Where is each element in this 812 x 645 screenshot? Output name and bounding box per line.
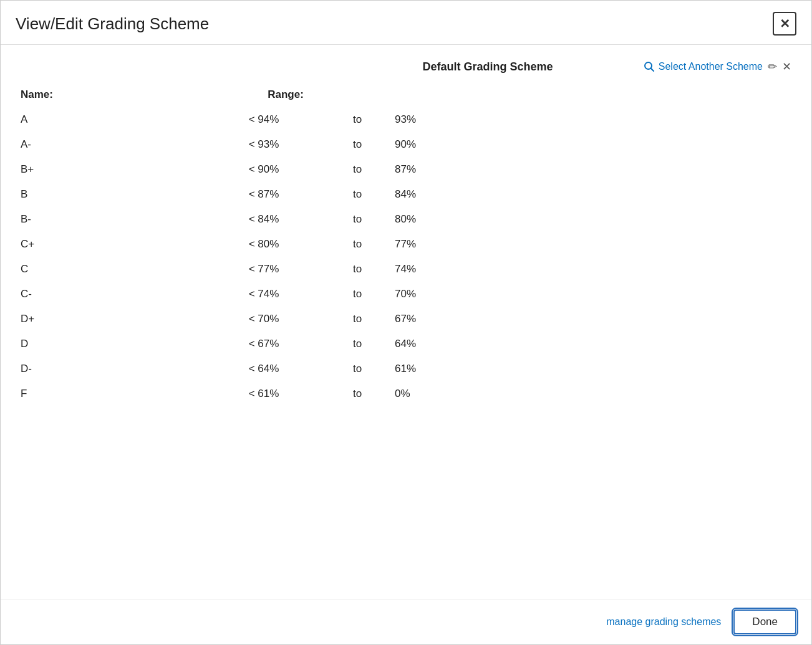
select-scheme-button[interactable]: Select Another Scheme	[644, 61, 763, 72]
dialog: View/Edit Grading Scheme ✕ Default Gradi…	[0, 0, 812, 645]
table-row: A < 94% to 93%	[21, 107, 791, 132]
table-headers: Name: Range:	[21, 86, 791, 107]
grade-lower-bound: 87%	[382, 163, 507, 176]
grade-name: D	[21, 338, 208, 350]
grade-connector: to	[332, 288, 382, 300]
close-icon: ✕	[780, 16, 790, 31]
grade-name: A	[21, 113, 208, 126]
grade-lower-bound: 84%	[382, 188, 507, 201]
grade-upper-bound: < 80%	[208, 238, 332, 251]
grade-lower-bound: 64%	[382, 338, 507, 350]
scheme-header: Default Grading Scheme Select Another Sc…	[21, 60, 791, 74]
grade-lower-bound: 90%	[382, 138, 507, 151]
grade-name: A-	[21, 138, 208, 151]
grading-table: A < 94% to 93% A- < 93% to 90% B+ < 90% …	[21, 107, 791, 406]
grade-connector: to	[332, 238, 382, 251]
name-column-header: Name:	[21, 88, 208, 101]
grade-connector: to	[332, 263, 382, 275]
grade-connector: to	[332, 138, 382, 151]
scheme-actions: Select Another Scheme ✏ ✕	[644, 60, 791, 74]
scheme-title: Default Grading Scheme	[332, 60, 643, 74]
close-button[interactable]: ✕	[773, 12, 796, 36]
grade-connector: to	[332, 113, 382, 126]
grade-upper-bound: < 84%	[208, 213, 332, 226]
grade-connector: to	[332, 213, 382, 226]
grade-upper-bound: < 74%	[208, 288, 332, 300]
table-row: C+ < 80% to 77%	[21, 232, 791, 257]
grade-upper-bound: < 67%	[208, 338, 332, 350]
grade-upper-bound: < 94%	[208, 113, 332, 126]
grade-name: C-	[21, 288, 208, 300]
grade-lower-bound: 77%	[382, 238, 507, 251]
dialog-body: Default Grading Scheme Select Another Sc…	[1, 45, 811, 599]
grade-name: B	[21, 188, 208, 201]
table-row: D < 67% to 64%	[21, 332, 791, 356]
table-row: B+ < 90% to 87%	[21, 157, 791, 182]
grade-upper-bound: < 77%	[208, 263, 332, 275]
grade-connector: to	[332, 388, 382, 400]
grade-lower-bound: 70%	[382, 288, 507, 300]
done-button[interactable]: Done	[733, 609, 796, 634]
dialog-footer: manage grading schemes Done	[1, 599, 811, 644]
range-column-header: Range:	[208, 88, 364, 101]
table-row: C < 77% to 74%	[21, 257, 791, 282]
grade-connector: to	[332, 188, 382, 201]
grade-lower-bound: 80%	[382, 213, 507, 226]
grade-name: C	[21, 263, 208, 275]
grade-upper-bound: < 93%	[208, 138, 332, 151]
grade-name: D+	[21, 313, 208, 325]
grade-name: B+	[21, 163, 208, 176]
table-row: B- < 84% to 80%	[21, 207, 791, 232]
table-row: F < 61% to 0%	[21, 381, 791, 406]
grade-connector: to	[332, 363, 382, 375]
search-icon	[644, 61, 655, 72]
grade-lower-bound: 74%	[382, 263, 507, 275]
grade-lower-bound: 0%	[382, 388, 507, 400]
grade-name: D-	[21, 363, 208, 375]
grade-connector: to	[332, 163, 382, 176]
grade-upper-bound: < 61%	[208, 388, 332, 400]
grade-upper-bound: < 90%	[208, 163, 332, 176]
grade-connector: to	[332, 338, 382, 350]
grade-upper-bound: < 70%	[208, 313, 332, 325]
grade-upper-bound: < 64%	[208, 363, 332, 375]
dialog-title: View/Edit Grading Scheme	[16, 14, 209, 34]
svg-line-1	[650, 69, 654, 72]
table-row: D- < 64% to 61%	[21, 356, 791, 381]
manage-grading-schemes-link[interactable]: manage grading schemes	[606, 616, 721, 628]
table-row: A- < 93% to 90%	[21, 132, 791, 157]
grade-lower-bound: 93%	[382, 113, 507, 126]
dialog-header: View/Edit Grading Scheme ✕	[1, 1, 811, 45]
pencil-icon[interactable]: ✏	[768, 60, 777, 74]
grade-name: F	[21, 388, 208, 400]
table-row: D+ < 70% to 67%	[21, 307, 791, 332]
grade-lower-bound: 61%	[382, 363, 507, 375]
select-scheme-label: Select Another Scheme	[659, 61, 763, 72]
table-row: C- < 74% to 70%	[21, 282, 791, 307]
grade-lower-bound: 67%	[382, 313, 507, 325]
grade-name: B-	[21, 213, 208, 226]
dismiss-scheme-icon[interactable]: ✕	[782, 60, 791, 74]
grade-upper-bound: < 87%	[208, 188, 332, 201]
grade-connector: to	[332, 313, 382, 325]
grade-name: C+	[21, 238, 208, 251]
table-row: B < 87% to 84%	[21, 182, 791, 207]
